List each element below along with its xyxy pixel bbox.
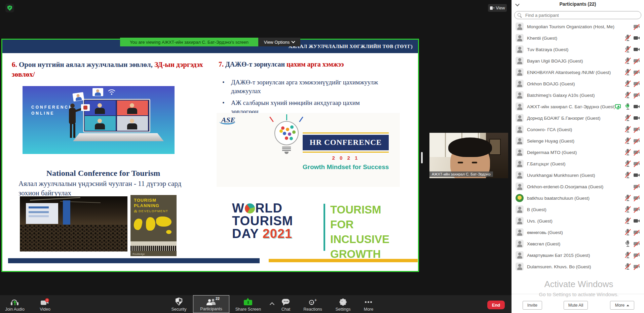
participant-name: Dulamsuren. Khuvs. Bo (Guest) [527,264,591,269]
participant-avatar-icon [516,137,524,145]
mic-status-icon [625,195,630,201]
start-video-button[interactable]: Video [32,295,59,313]
reactions-button[interactable]: Reactions [299,295,326,313]
participant-row[interactable]: өмнөговь (Guest) [512,227,644,238]
view-options-dropdown[interactable]: View Options [258,38,300,46]
participant-name: Uvurkhangai Munkhsuren (Guest) [527,173,595,178]
tourism-planning-book-cover: TOURISMPLANNING & DEVELOPMENT Routledge [130,195,177,256]
participant-row[interactable]: B (Guest) [512,204,644,215]
participant-avatar-icon [516,125,524,133]
camera-status-icon [634,241,640,246]
bullet-item: АЖ салбарын хүний нөөцийн анхдугаар цахи… [231,99,360,115]
view-layout-button[interactable]: View [488,4,507,12]
participant-row[interactable]: Амартүвшин Бат 2015 (Guest) [512,249,644,261]
participant-row[interactable]: Bayan Ulgii BOAJG (Guest) [512,55,644,67]
camera-status-icon [634,196,640,201]
participant-row[interactable]: Хөвсгөл (Guest) [512,238,644,249]
chat-bubble-icon [282,299,290,306]
participant-video-thumbnail[interactable]: АЖХТ-ийн захирал С. Бат-Эрдэнэ [429,133,508,178]
camera-status-icon [634,150,640,155]
participant-name: B (Guest) [527,207,546,212]
participant-avatar-icon [516,34,524,42]
participant-name: Амартүвшин Бат 2015 (Guest) [527,253,590,258]
conference-hall-photo [20,196,127,251]
presenter-figure-graphic [66,104,80,147]
hr-conference-graphic: ASE HR CONFERENCE 2 0 2 1 Growth Mindset… [217,113,400,187]
online-conference-illustration: CONFERENCE ONLINE [23,86,175,154]
participant-name: АЖХТ-ийн захирал С. Бат-Эрдэнэ (Guest) [527,104,615,109]
ase-logo-swoosh [219,119,235,124]
participants-button[interactable]: 22 Participants [193,295,229,313]
speaker-eyes [458,162,463,163]
invite-button[interactable]: Invite [523,301,542,310]
camera-status-icon [634,161,640,166]
slide-header-title: АЯЛАЛ ЖУУЛЧЛАЛЫН ХӨГЖЛИЙН ТӨВ (ТӨҮГ) [289,44,413,49]
chat-button[interactable]: Chat [274,295,298,313]
participant-row[interactable]: Batchimeg's Galaxy A10s (Guest) [512,89,644,101]
camera-status-icon [634,93,640,98]
participant-status-icons [634,184,640,189]
participant-name: өмнөговь (Guest) [527,230,563,235]
participant-row[interactable]: Delgermaa MTO (Guest) [512,147,644,158]
join-audio-button[interactable]: Join Audіo [1,295,28,313]
mic-status-icon [625,126,630,133]
wifi-icon [107,89,118,97]
participant-row[interactable]: Дорнод БОАЖГ Б.Ганзориг (Guest) [512,112,644,124]
participant-row[interactable]: Orkhon-erdenet-D.Osorjamaa (Guest) [512,181,644,192]
end-meeting-button[interactable]: End [487,301,505,309]
participant-row[interactable]: АЖХТ-ийн захирал С. Бат-Эрдэнэ (Guest) [512,101,644,112]
you-are-viewing-banner: You are viewing АЖХТ-ийн захирал С. Бат-… [120,38,258,46]
world-map-graphic [133,217,174,238]
participant-status-icons [625,240,640,247]
hr-conference-tagline: Growth Mindset for Success [299,163,392,171]
participant-name: Uvs. (Guest) [527,219,553,224]
share-screen-button[interactable]: Share Screen [231,295,265,313]
find-participant-input[interactable] [514,11,641,19]
participant-row[interactable]: batkhuu baatarchuluun (Guest) [512,192,644,204]
settings-button[interactable]: Settings [330,295,356,313]
mic-status-icon [625,160,630,167]
meeting-security-shield-icon[interactable] [5,4,14,12]
participants-panel-title: Participants (22) [512,1,644,7]
participant-status-icons [625,57,640,64]
participant-status-icons [625,69,640,76]
camera-status-icon [634,47,640,52]
laptop-base-graphic [73,133,164,141]
slide-heading-6: 6. Орон нутгийн аялал жуулчлалын зөвлөл,… [12,60,227,79]
participant-avatar-icon [516,171,524,179]
participant-avatar-icon [516,183,524,191]
participant-row[interactable]: Selenge Huyag (Guest) [512,135,644,147]
participant-row[interactable]: ENKHBAYAR Altantsetseg /NUM/ (Guest) [512,67,644,78]
panel-more-button[interactable]: More [610,301,634,310]
participant-row[interactable]: Uvs. (Guest) [512,215,644,227]
wtd-slogan: TOURISM FOR INCLUSIVE GROWTH [330,202,402,262]
participant-row[interactable]: Uvurkhangai Munkhsuren (Guest) [512,169,644,181]
participant-avatar-icon [516,251,524,259]
mic-status-icon [625,115,630,121]
blue-banner-graphic [63,200,70,226]
participant-name: Дорнод БОАЖГ Б.Ганзориг (Guest) [527,116,600,121]
security-button[interactable]: Security [165,295,192,313]
participant-row[interactable]: Mongolian Tourism Organization (Host, Me… [512,21,644,32]
participant-status-icons [625,115,640,121]
camera-status-icon [634,184,640,189]
participant-row[interactable]: Dulamsuren. Khuvs. Bo (Guest) [512,261,644,272]
panel-resize-handle[interactable] [421,152,423,163]
mute-all-button[interactable]: Mute All [564,301,588,310]
publisher-label: Routledge [132,252,145,256]
participant-row[interactable]: Tuv Batzaya (Guest) [512,44,644,55]
participant-row[interactable]: Солонго- ГСА (Guest) [512,124,644,135]
chevron-up-icon [270,302,274,307]
more-button[interactable]: More [355,295,382,313]
participant-row[interactable]: Г.Батцэцэг (Guest) [512,158,644,169]
participant-row[interactable]: Orkhon BOAJG (Guest) [512,78,644,89]
participant-name: Batchimeg's Galaxy A10s (Guest) [527,93,595,98]
video-camera-icon [41,300,49,306]
camera-status-icon [634,219,640,224]
hr-conference-banner: HR CONFERENCE 2 0 2 1 [303,132,389,161]
participant-row[interactable]: Khentii (Guest) [512,32,644,44]
participant-status-icons [625,35,640,41]
participant-status-icons [625,263,640,270]
participant-status-icons [625,149,640,156]
participant-status-icons [625,252,640,259]
